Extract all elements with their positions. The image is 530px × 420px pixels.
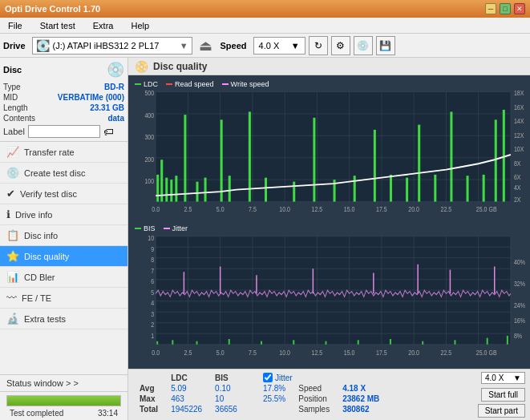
verify-test-disc-icon: ✔ — [6, 188, 15, 200]
speed-static-label: Speed — [292, 383, 336, 394]
nav-fe-te[interactable]: 〰 FE / TE — [0, 288, 127, 309]
max-label: Max — [133, 394, 164, 404]
disc-contents-row: Contents data — [3, 113, 124, 123]
speed-selector[interactable]: 4.0 X ▼ — [253, 37, 305, 55]
chart1-container: LDC Read speed Write speed — [131, 79, 527, 221]
drive-value: (J:) ATAPI iHBS312 2 PL17 — [53, 41, 160, 50]
svg-rect-37 — [406, 178, 408, 202]
svg-rect-22 — [170, 180, 172, 201]
disc-length-label: Length — [3, 103, 28, 112]
chart2-container: BIS Jitter — [131, 223, 527, 365]
jitter-check-label: Jitter — [275, 374, 293, 382]
svg-rect-99 — [293, 340, 294, 344]
col-ldc: LDC — [164, 372, 208, 383]
close-button[interactable]: ✕ — [514, 3, 525, 14]
svg-rect-40 — [450, 111, 452, 201]
svg-text:20.0: 20.0 — [408, 205, 419, 213]
svg-text:10: 10 — [148, 234, 154, 242]
svg-rect-32 — [313, 118, 315, 202]
nav-cd-bler[interactable]: 📊 CD Bler — [0, 267, 127, 288]
minimize-button[interactable]: ─ — [485, 3, 496, 14]
svg-text:8%: 8% — [514, 331, 523, 340]
chart1-legend: LDC Read speed Write speed — [131, 79, 527, 90]
svg-rect-95 — [172, 340, 173, 344]
refresh-button[interactable]: ↻ — [309, 36, 328, 55]
nav-verify-test-disc[interactable]: ✔ Verify test disc — [0, 184, 127, 204]
read-dot — [166, 83, 172, 85]
speed-dropdown[interactable]: 4.0 X ▼ — [481, 372, 525, 384]
menu-extra[interactable]: Extra — [88, 19, 119, 32]
nav-items: 📈 Transfer rate 💿 Create test disc ✔ Ver… — [0, 142, 127, 329]
window-controls: ─ □ ✕ — [485, 3, 525, 14]
maximize-button[interactable]: □ — [500, 3, 511, 14]
position-val: 23862 MB — [336, 394, 386, 404]
svg-rect-42 — [483, 175, 485, 202]
start-full-button[interactable]: Start full — [481, 388, 525, 402]
nav-disc-quality[interactable]: ⭐ Disc quality — [0, 246, 127, 267]
start-part-button[interactable]: Start part — [478, 404, 525, 418]
ldc-label: LDC — [144, 80, 158, 88]
svg-text:2: 2 — [151, 320, 154, 329]
svg-text:10.0: 10.0 — [279, 348, 290, 357]
disc-type-label: Type — [3, 83, 21, 91]
nav-drive-info-label: Drive info — [15, 210, 52, 220]
samples-val: 380862 — [336, 404, 386, 414]
svg-text:12.5: 12.5 — [312, 205, 323, 213]
svg-text:2.5: 2.5 — [184, 348, 192, 357]
svg-rect-100 — [325, 341, 326, 345]
nav-disc-info[interactable]: 📋 Disc info — [0, 225, 127, 246]
drive-toolbar: Drive 💽 (J:) ATAPI iHBS312 2 PL17 ▼ ⏏ Sp… — [0, 34, 530, 58]
eject-icon[interactable]: ⏏ — [199, 37, 212, 55]
chart1-svg: 500 400 300 200 100 18X 16X 14X 12X 10X … — [131, 90, 527, 220]
svg-text:25.0 GB: 25.0 GB — [476, 205, 497, 213]
jitter-check: Jitter — [263, 373, 379, 382]
disc-quality-header: 📀 Disc quality — [128, 58, 530, 75]
svg-rect-105 — [487, 338, 488, 345]
nav-extra-tests[interactable]: 🔬 Extra tests — [0, 309, 127, 329]
svg-rect-21 — [165, 178, 168, 202]
write-dot — [222, 83, 229, 85]
transfer-rate-icon: 📈 — [6, 146, 19, 158]
jitter-checkbox[interactable] — [263, 373, 273, 382]
label-icon[interactable]: 🏷 — [103, 126, 114, 138]
svg-text:22.5: 22.5 — [441, 348, 452, 357]
nav-cd-bler-label: CD Bler — [24, 273, 55, 282]
svg-rect-27 — [220, 119, 223, 201]
stats-table: LDC BIS Jitter Avg 5.09 0.10 — [133, 372, 386, 414]
svg-text:14X: 14X — [514, 118, 524, 126]
svg-text:4X: 4X — [514, 184, 521, 192]
nav-create-test-disc[interactable]: 💿 Create test disc — [0, 163, 127, 184]
svg-text:40%: 40% — [514, 257, 526, 266]
disc-label-input[interactable] — [28, 125, 100, 138]
settings-button[interactable]: ⚙ — [331, 36, 350, 55]
main-layout: Disc 💿 Type BD-R MID VERBATIMe (000) Len… — [0, 58, 530, 420]
jitter-dot — [164, 228, 170, 229]
create-test-disc-icon: 💿 — [6, 167, 19, 179]
menu-bar: File Start test Extra Help — [0, 18, 530, 34]
svg-text:200: 200 — [144, 155, 154, 164]
bis-dot — [135, 228, 141, 229]
nav-drive-info[interactable]: ℹ Drive info — [0, 204, 127, 225]
disc-header: Disc 💿 — [3, 61, 124, 79]
menu-help[interactable]: Help — [126, 19, 154, 32]
legend-write: Write speed — [222, 80, 269, 88]
progress-bar — [6, 395, 121, 406]
disc-length-value: 23.31 GB — [90, 103, 124, 112]
svg-text:15.0: 15.0 — [344, 348, 355, 357]
write-label: Write speed — [231, 80, 269, 88]
jitter-label2: Jitter — [172, 224, 188, 232]
disc-mid-value: VERBATIMe (000) — [58, 93, 124, 102]
svg-rect-96 — [196, 341, 197, 345]
menu-file[interactable]: File — [3, 19, 27, 32]
save-button[interactable]: 💾 — [376, 36, 395, 55]
disc-length-row: Length 23.31 GB — [3, 103, 124, 113]
speed-dropdown-row: 4.0 X ▼ — [481, 372, 525, 384]
svg-text:3: 3 — [151, 309, 154, 318]
status-window-button[interactable]: Status window > > — [0, 375, 127, 392]
menu-start-test[interactable]: Start test — [35, 19, 80, 32]
svg-text:5: 5 — [151, 288, 154, 297]
nav-transfer-rate[interactable]: 📈 Transfer rate — [0, 142, 127, 163]
disc-button[interactable]: 💿 — [354, 36, 373, 55]
svg-rect-103 — [422, 341, 423, 345]
drive-selector[interactable]: 💽 (J:) ATAPI iHBS312 2 PL17 ▼ — [32, 37, 192, 55]
